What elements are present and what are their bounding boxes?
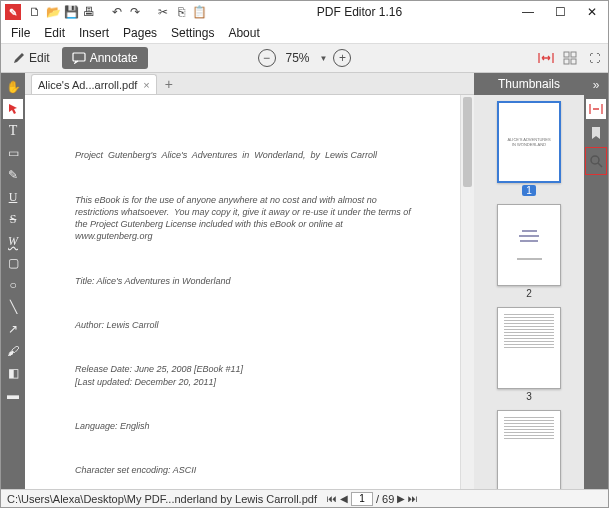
fit-width-icon[interactable] bbox=[536, 48, 556, 68]
new-icon[interactable]: 🗋 bbox=[27, 4, 43, 20]
cut-icon[interactable]: ✂ bbox=[155, 4, 171, 20]
fullscreen-icon[interactable]: ⛶ bbox=[584, 48, 604, 68]
page-input[interactable] bbox=[351, 492, 373, 506]
grid-view-icon[interactable] bbox=[560, 48, 580, 68]
select-tool-icon[interactable] bbox=[3, 99, 23, 119]
brush-tool-icon[interactable]: 🖌 bbox=[3, 341, 23, 361]
annotate-label: Annotate bbox=[90, 51, 138, 65]
thumbnail-4[interactable]: 4 bbox=[497, 410, 561, 489]
squiggly-tool-icon[interactable]: W bbox=[3, 231, 23, 251]
whiteout-tool-icon[interactable]: ▬ bbox=[3, 385, 23, 405]
save-icon[interactable]: 💾 bbox=[63, 4, 79, 20]
svg-rect-1 bbox=[564, 52, 569, 57]
zoom-out-button[interactable]: − bbox=[258, 49, 276, 67]
print-icon[interactable]: 🖶 bbox=[81, 4, 97, 20]
new-tab-button[interactable]: + bbox=[159, 74, 179, 94]
edit-label: Edit bbox=[29, 51, 50, 65]
window-title: PDF Editor 1.16 bbox=[207, 5, 512, 19]
tab-label: Alice's Ad...arroll.pdf bbox=[38, 79, 137, 91]
underline-tool-icon[interactable]: U bbox=[3, 187, 23, 207]
doc-text: Release Date: June 25, 2008 [EBook #11] … bbox=[75, 363, 420, 387]
separator bbox=[145, 4, 153, 20]
svg-rect-3 bbox=[564, 59, 569, 64]
zoom-value[interactable]: 75% bbox=[282, 51, 314, 65]
prev-page-icon[interactable]: ◀ bbox=[340, 493, 348, 504]
text-tool-icon[interactable]: T bbox=[3, 121, 23, 141]
doc-text: Author: Lewis Carroll bbox=[75, 319, 420, 331]
undo-icon[interactable]: ↶ bbox=[109, 4, 125, 20]
last-page-icon[interactable]: ⏭ bbox=[408, 493, 418, 504]
app-icon: ✎ bbox=[5, 4, 21, 20]
separator bbox=[99, 4, 107, 20]
document-tab[interactable]: Alice's Ad...arroll.pdf × bbox=[31, 74, 157, 94]
strike-tool-icon[interactable]: S bbox=[3, 209, 23, 229]
hand-tool-icon[interactable]: ✋ bbox=[3, 77, 23, 97]
page-navigator: ⏮ ◀ / 69 ▶ ⏭ bbox=[327, 492, 418, 506]
menu-file[interactable]: File bbox=[5, 24, 36, 42]
paste-icon[interactable]: 📋 bbox=[191, 4, 207, 20]
line-tool-icon[interactable]: ╲ bbox=[3, 297, 23, 317]
menu-edit[interactable]: Edit bbox=[38, 24, 71, 42]
copy-icon[interactable]: ⎘ bbox=[173, 4, 189, 20]
draw-tool-icon[interactable]: ✎ bbox=[3, 165, 23, 185]
doc-text: Title: Alice's Adventures in Wonderland bbox=[75, 275, 420, 287]
vertical-scrollbar[interactable] bbox=[460, 95, 474, 489]
thumbnails-header: Thumbnails bbox=[474, 73, 584, 95]
arrow-tool-icon[interactable]: ↗ bbox=[3, 319, 23, 339]
file-path: C:\Users\Alexa\Desktop\My PDF...nderland… bbox=[7, 493, 317, 505]
thumbnail-3[interactable]: 3 bbox=[497, 307, 561, 402]
svg-point-5 bbox=[591, 156, 599, 164]
svg-rect-0 bbox=[73, 53, 85, 61]
open-icon[interactable]: 📂 bbox=[45, 4, 61, 20]
doc-text: Language: English bbox=[75, 420, 420, 432]
edit-mode-button[interactable]: Edit bbox=[5, 47, 58, 69]
eraser-tool-icon[interactable]: ◧ bbox=[3, 363, 23, 383]
minimize-button[interactable]: — bbox=[512, 1, 544, 23]
svg-rect-4 bbox=[571, 59, 576, 64]
circle-tool-icon[interactable]: ○ bbox=[3, 275, 23, 295]
redo-icon[interactable]: ↷ bbox=[127, 4, 143, 20]
thumbnail-2[interactable]: 2 bbox=[497, 204, 561, 299]
menu-insert[interactable]: Insert bbox=[73, 24, 115, 42]
zoom-in-button[interactable]: + bbox=[333, 49, 351, 67]
page-total: / 69 bbox=[376, 493, 394, 505]
close-button[interactable]: ✕ bbox=[576, 1, 608, 23]
doc-text: This eBook is for the use of anyone anyw… bbox=[75, 194, 420, 243]
tab-close-icon[interactable]: × bbox=[143, 79, 149, 91]
scrollbar-thumb[interactable] bbox=[463, 97, 472, 187]
collapse-panel-icon[interactable]: » bbox=[586, 75, 606, 95]
doc-text: Character set encoding: ASCII bbox=[75, 464, 420, 476]
rect-tool-icon[interactable]: ▢ bbox=[3, 253, 23, 273]
thumb-number: 1 bbox=[522, 185, 536, 196]
menu-settings[interactable]: Settings bbox=[165, 24, 220, 42]
pencil-icon bbox=[13, 52, 25, 64]
zoom-dropdown-icon[interactable]: ▼ bbox=[320, 54, 328, 63]
bookmarks-panel-icon[interactable] bbox=[586, 123, 606, 143]
thumbnails-panel-icon[interactable] bbox=[586, 99, 606, 119]
doc-text: Project Gutenberg's Alice's Adventures i… bbox=[75, 149, 420, 161]
first-page-icon[interactable]: ⏮ bbox=[327, 493, 337, 504]
comment-icon bbox=[72, 52, 86, 64]
search-panel-icon[interactable] bbox=[585, 147, 607, 175]
maximize-button[interactable]: ☐ bbox=[544, 1, 576, 23]
thumb-number: 3 bbox=[526, 391, 532, 402]
menu-about[interactable]: About bbox=[222, 24, 265, 42]
next-page-icon[interactable]: ▶ bbox=[397, 493, 405, 504]
thumbnail-1[interactable]: ALICE'S ADVENTURESIN WONDERLAND 1 bbox=[497, 101, 561, 196]
document-page[interactable]: Project Gutenberg's Alice's Adventures i… bbox=[25, 95, 460, 489]
image-tool-icon[interactable]: ▭ bbox=[3, 143, 23, 163]
thumb-number: 2 bbox=[526, 288, 532, 299]
menu-pages[interactable]: Pages bbox=[117, 24, 163, 42]
annotate-mode-button[interactable]: Annotate bbox=[62, 47, 148, 69]
svg-rect-2 bbox=[571, 52, 576, 57]
